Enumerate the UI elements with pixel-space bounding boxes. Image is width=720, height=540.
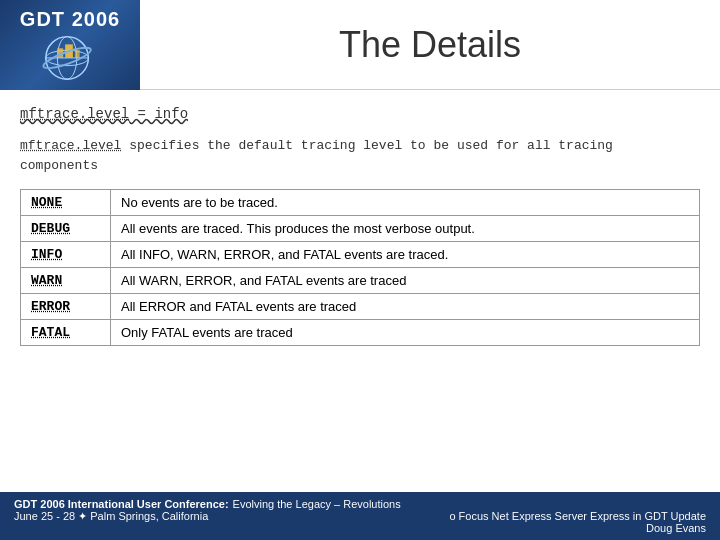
footer-conference-strong: GDT 2006 International User Conference:: [14, 498, 229, 510]
footer-author: Doug Evans: [646, 522, 706, 534]
main-content: mftrace.level = info mftrace.level speci…: [0, 90, 720, 356]
table-row: DEBUGAll events are traced. This produce…: [21, 216, 700, 242]
description: mftrace.level specifies the default trac…: [20, 136, 700, 175]
table-row: WARNAll WARN, ERROR, and FATAL events ar…: [21, 268, 700, 294]
footer-conference-label: GDT 2006 International User Conference:: [14, 498, 229, 510]
footer-top: GDT 2006 International User Conference: …: [14, 498, 706, 510]
property-name: mftrace.level: [20, 106, 129, 122]
logo-box: GDT 2006: [0, 0, 140, 90]
logo-text: GDT 2006: [20, 8, 120, 31]
table-row: INFOAll INFO, WARN, ERROR, and FATAL eve…: [21, 242, 700, 268]
table-row: ERRORAll ERROR and FATAL events are trac…: [21, 294, 700, 320]
footer-focus-text: o Focus Net Express Server Express in GD…: [449, 510, 706, 522]
footer-dates: June 25 - 28 ✦ Palm Springs, California: [14, 510, 208, 534]
level-cell: INFO: [21, 242, 111, 268]
table-body: NONENo events are to be traced.DEBUGAll …: [21, 190, 700, 346]
level-cell: ERROR: [21, 294, 111, 320]
footer-conference-subtitle: Evolving the Legacy – Revolutions: [233, 498, 401, 510]
page-title: The Details: [339, 24, 521, 66]
description-cell: All events are traced. This produces the…: [111, 216, 700, 242]
footer: GDT 2006 International User Conference: …: [0, 492, 720, 540]
levels-table: NONENo events are to be traced.DEBUGAll …: [20, 189, 700, 346]
svg-rect-6: [75, 50, 80, 58]
description-cell: All ERROR and FATAL events are traced: [111, 294, 700, 320]
property-value: = info: [129, 106, 188, 122]
description-cell: All WARN, ERROR, and FATAL events are tr…: [111, 268, 700, 294]
header: GDT 2006 The Details: [0, 0, 720, 90]
description-property-ref: mftrace.level: [20, 138, 121, 153]
description-cell: Only FATAL events are traced: [111, 320, 700, 346]
description-cell: No events are to be traced.: [111, 190, 700, 216]
title-area: The Details: [140, 24, 720, 66]
level-cell: NONE: [21, 190, 111, 216]
footer-bottom: June 25 - 28 ✦ Palm Springs, California …: [14, 510, 706, 534]
level-cell: FATAL: [21, 320, 111, 346]
property-line: mftrace.level = info: [20, 106, 700, 122]
level-cell: WARN: [21, 268, 111, 294]
description-cell: All INFO, WARN, ERROR, and FATAL events …: [111, 242, 700, 268]
footer-right-text: o Focus Net Express Server Express in GD…: [449, 510, 706, 534]
logo-globe: [40, 31, 100, 81]
level-cell: DEBUG: [21, 216, 111, 242]
table-row: FATALOnly FATAL events are traced: [21, 320, 700, 346]
table-row: NONENo events are to be traced.: [21, 190, 700, 216]
